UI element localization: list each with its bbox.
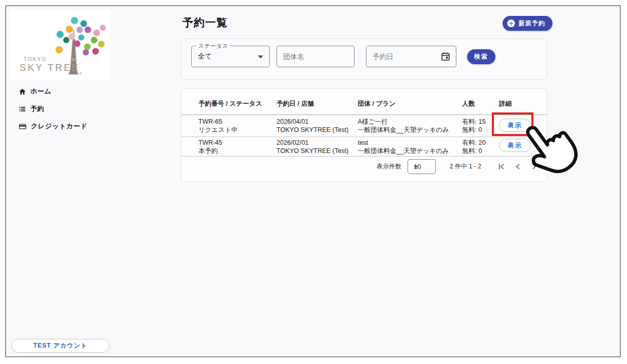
divider bbox=[181, 156, 547, 157]
logo-registered-mark: ® bbox=[79, 72, 82, 75]
skytree-logo-card: TOKYO SKY TREE ® bbox=[10, 9, 111, 81]
credit-card-icon bbox=[19, 123, 27, 130]
new-reservation-button[interactable]: 新規予約 bbox=[503, 16, 552, 31]
table-row: TWR-65 リクエスト中 2026/04/01 TOKYO SKYTREE (… bbox=[181, 114, 547, 137]
sidebar-item-credit-card[interactable]: クレジットカード bbox=[19, 121, 87, 131]
page-size-label: 表示件数 bbox=[377, 162, 401, 171]
status-select[interactable]: ステータス 全て bbox=[191, 46, 270, 67]
chevron-down-icon bbox=[414, 166, 418, 168]
store-name: TOKYO SKYTREE (Test) bbox=[276, 126, 358, 134]
list-icon bbox=[19, 105, 26, 113]
free-count: 無料: 0 bbox=[462, 147, 499, 155]
home-icon bbox=[19, 88, 26, 95]
col-header-group-plan: 団体 / プラン bbox=[358, 100, 462, 108]
chevron-left-icon[interactable] bbox=[513, 162, 523, 171]
reservation-number: TWR-45 bbox=[198, 139, 276, 147]
sidebar-item-label: 予約 bbox=[30, 104, 44, 113]
col-header-people: 人数 bbox=[462, 100, 499, 108]
plus-circle-icon bbox=[507, 20, 515, 27]
store-name: TOKYO SKYTREE (Test) bbox=[276, 147, 358, 155]
sidebar-item-label: ホーム bbox=[30, 87, 51, 96]
show-detail-button[interactable]: 表示 bbox=[499, 119, 531, 132]
paid-count: 有料: 20 bbox=[462, 139, 499, 147]
group-name: A様ご一行 bbox=[358, 118, 462, 126]
free-count: 無料: 0 bbox=[462, 126, 499, 134]
reservation-table: 予約番号 / ステータス 予約日 / 店舗 団体 / プラン 人数 詳細 TWR… bbox=[181, 88, 547, 182]
logo-text-skytree: SKY TREE bbox=[20, 62, 80, 73]
reservation-date: 2026/04/01 bbox=[276, 118, 358, 126]
status-select-value: 全て bbox=[198, 52, 212, 61]
reservation-status: リクエスト中 bbox=[198, 126, 276, 134]
new-reservation-label: 新規予約 bbox=[519, 19, 545, 28]
first-page-icon[interactable] bbox=[496, 162, 506, 171]
group-name: test bbox=[358, 139, 462, 147]
col-header-date-store: 予約日 / 店舗 bbox=[276, 100, 358, 108]
page-size-select[interactable]: 10 bbox=[408, 159, 436, 174]
chevron-right-icon[interactable] bbox=[529, 162, 539, 171]
search-button[interactable]: 検索 bbox=[467, 49, 495, 64]
calendar-icon[interactable] bbox=[440, 51, 451, 62]
plan-name: 一般団体料金__天望デッキのみ bbox=[358, 126, 462, 134]
table-row: TWR-45 本予約 2026/02/01 TOKYO SKYTREE (Tes… bbox=[181, 137, 547, 156]
pagination-range: 2 件中 1 - 2 bbox=[450, 162, 481, 171]
chevron-down-icon bbox=[258, 55, 263, 59]
reservation-date-field-wrap bbox=[366, 46, 456, 67]
sidebar-item-home[interactable]: ホーム bbox=[19, 86, 51, 97]
sidebar-item-reservations[interactable]: 予約 bbox=[19, 104, 44, 114]
group-name-field-wrap bbox=[276, 46, 355, 67]
reservation-status: 本予約 bbox=[198, 147, 276, 155]
status-select-label: ステータス bbox=[196, 43, 230, 50]
col-header-detail: 詳細 bbox=[499, 100, 548, 108]
page-title: 予約一覧 bbox=[182, 15, 228, 30]
table-header-row: 予約番号 / ステータス 予約日 / 店舗 団体 / プラン 人数 詳細 bbox=[181, 89, 547, 114]
logo-text-tokyo: TOKYO bbox=[24, 56, 47, 62]
sidebar-item-label: クレジットカード bbox=[31, 122, 87, 131]
pagination: 表示件数 10 2 件中 1 - 2 bbox=[377, 158, 539, 175]
plan-name: 一般団体料金__天望デッキのみ bbox=[358, 147, 462, 155]
reservation-number: TWR-65 bbox=[198, 118, 276, 126]
paid-count: 有料: 15 bbox=[462, 118, 499, 126]
test-account-button[interactable]: TEST アカウント bbox=[11, 339, 109, 353]
group-name-input[interactable] bbox=[277, 46, 354, 67]
show-detail-button[interactable]: 表示 bbox=[499, 139, 531, 152]
app-frame: TOKYO SKY TREE ® ホーム 予約 クレジットカード TEST アカ… bbox=[5, 5, 621, 357]
reservation-date: 2026/02/01 bbox=[276, 139, 358, 147]
col-header-number-status: 予約番号 / ステータス bbox=[198, 100, 276, 108]
